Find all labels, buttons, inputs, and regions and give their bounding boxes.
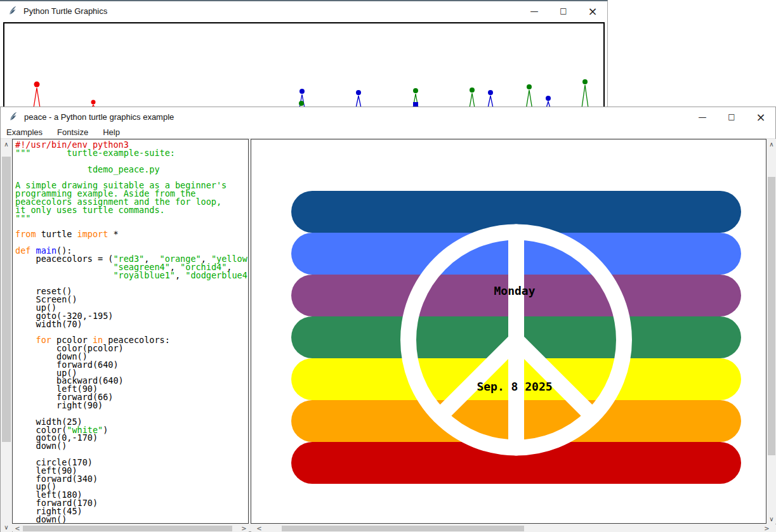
peace-symbol xyxy=(251,139,766,523)
source-code-pane[interactable]: #!/usr/bin/env python3""" turtle-example… xyxy=(12,139,249,524)
code-hscroll-thumb[interactable] xyxy=(23,526,232,531)
back-window-title: Python Turtle Graphics xyxy=(23,6,107,16)
turtle-canvas-pane: Monday Sep. 8 2025 xyxy=(251,139,766,524)
maximize-button[interactable]: □ xyxy=(717,107,746,126)
code-vscroll-thumb[interactable] xyxy=(2,157,11,442)
tk-feather-icon xyxy=(8,6,18,16)
scroll-right-arrow-icon[interactable]: > xyxy=(239,524,249,532)
scroll-left-arrow-icon[interactable]: < xyxy=(254,524,264,532)
scroll-up-arrow-icon[interactable]: ∧ xyxy=(766,139,776,149)
close-button[interactable]: × xyxy=(578,1,607,20)
front-titlebar[interactable]: peace - a Python turtle graphics example… xyxy=(1,107,775,126)
code-scrollbar-horizontal[interactable]: < > xyxy=(13,524,249,532)
menubar: Examples Fontsize Help xyxy=(1,126,775,139)
turtle-figure xyxy=(582,79,588,108)
canvas-scrollbar-horizontal[interactable]: < > xyxy=(251,524,776,532)
scroll-down-arrow-icon[interactable]: ∨ xyxy=(766,514,776,524)
menu-item-help[interactable]: Help xyxy=(103,126,126,139)
code-line: it only uses turtle commands. xyxy=(15,206,249,214)
demo-content: ∧ ∨ #!/usr/bin/env python3""" turtle-exa… xyxy=(1,139,775,531)
scroll-left-arrow-icon[interactable]: < xyxy=(13,524,22,532)
maximize-button[interactable]: □ xyxy=(549,1,578,20)
code-line: down() xyxy=(15,516,249,524)
menu-item-examples[interactable]: Examples xyxy=(6,126,49,139)
minimize-button[interactable]: — xyxy=(520,1,549,20)
code-line: right(90) xyxy=(15,401,249,410)
turtle-figure xyxy=(34,82,40,108)
canvas-vscroll-thumb[interactable] xyxy=(768,177,775,455)
turtle-figure xyxy=(413,88,418,108)
day-text: Monday xyxy=(494,284,535,297)
code-line: tdemo_peace.py xyxy=(15,165,249,174)
date-text: Sep. 8 2025 xyxy=(477,380,552,393)
front-window-title: peace - a Python turtle graphics example xyxy=(24,112,174,122)
peace-demo-window: peace - a Python turtle graphics example… xyxy=(0,107,776,532)
turtle-figure xyxy=(356,90,361,108)
code-line: "royalblue1", "dodgerblue4") xyxy=(15,271,249,280)
code-line: """ turtle-example-suite: xyxy=(15,149,249,157)
scroll-down-arrow-icon[interactable]: ∨ xyxy=(1,522,12,532)
turtle-figure xyxy=(299,89,305,108)
canvas-hscroll-thumb[interactable] xyxy=(282,526,524,531)
canvas-scrollbar-vertical[interactable]: ∧ ∨ xyxy=(766,139,776,524)
menu-item-fontsize[interactable]: Fontsize xyxy=(57,126,95,139)
turtle-figure xyxy=(488,90,493,108)
close-button[interactable]: × xyxy=(746,107,775,126)
turtle-figures xyxy=(4,23,603,109)
code-line: """ xyxy=(15,214,249,223)
code-scrollbar-vertical[interactable]: ∧ ∨ xyxy=(1,139,12,532)
back-titlebar[interactable]: Python Turtle Graphics — □ × xyxy=(0,1,607,20)
code-line: from turtle import * xyxy=(15,230,249,238)
turtle-figure xyxy=(527,84,532,108)
tk-feather-icon xyxy=(8,112,18,122)
scroll-right-arrow-icon[interactable]: > xyxy=(762,524,772,532)
scroll-up-arrow-icon[interactable]: ∧ xyxy=(1,139,12,149)
source-code-text: #!/usr/bin/env python3""" turtle-example… xyxy=(15,141,249,524)
minimize-button[interactable]: — xyxy=(688,107,717,126)
turtle-figure xyxy=(470,88,475,108)
code-line: width(70) xyxy=(15,320,249,328)
code-line: down() xyxy=(15,442,249,450)
